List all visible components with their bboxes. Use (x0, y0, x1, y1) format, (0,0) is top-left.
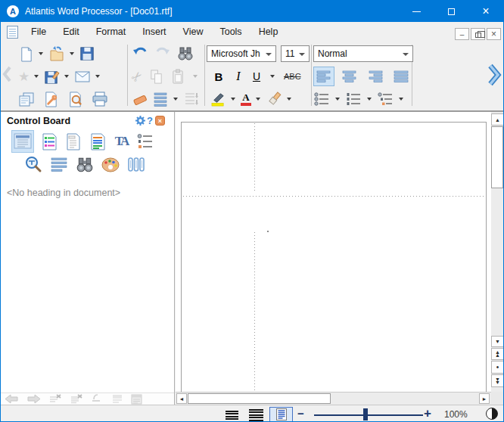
dropdown-arrow-icon[interactable] (399, 98, 403, 101)
document-viewport[interactable] (176, 112, 491, 392)
align-center-button[interactable] (339, 67, 360, 86)
menu-help[interactable]: Help (250, 23, 287, 40)
tab-fonts[interactable]: TA (111, 132, 131, 151)
font-name-combo[interactable]: Microsoft Jh (207, 45, 276, 62)
document-page[interactable] (181, 122, 487, 392)
dropdown-arrow-icon[interactable] (39, 52, 43, 55)
tab-zoom[interactable] (23, 155, 43, 175)
eraser-button[interactable] (131, 89, 149, 109)
underline-button[interactable]: U (250, 67, 263, 86)
font-size-combo[interactable]: 11 (281, 45, 310, 62)
format-painter-button[interactable] (265, 89, 283, 109)
menu-tools[interactable]: Tools (211, 23, 250, 40)
heading-document-icon[interactable] (131, 394, 142, 405)
scroll-right-button[interactable]: ► (479, 393, 490, 404)
line-spacing-button[interactable] (152, 89, 169, 109)
document-icon[interactable] (7, 26, 18, 39)
close-button[interactable]: × (468, 1, 503, 22)
heading-list-icon[interactable] (111, 394, 123, 404)
dropdown-arrow-icon[interactable] (270, 75, 275, 78)
toolbar-scroll-left-icon[interactable] (2, 64, 12, 84)
delete-all-headings-icon[interactable] (70, 394, 84, 404)
align-justify-button[interactable] (390, 67, 412, 86)
horizontal-scrollbar[interactable]: ◄ ► (176, 392, 491, 405)
draft-view-button[interactable] (222, 408, 242, 420)
new-document-button[interactable] (17, 44, 35, 64)
bold-button[interactable]: B (211, 67, 226, 86)
dropdown-arrow-icon[interactable] (256, 98, 260, 101)
dropdown-arrow-icon[interactable] (95, 75, 100, 78)
numbered-list-button[interactable] (345, 89, 362, 109)
mdi-restore-button[interactable] (471, 28, 485, 40)
strikethrough-button[interactable]: ABC (283, 67, 302, 86)
cut-button[interactable]: ✂ (131, 67, 143, 86)
dropdown-arrow-icon[interactable] (367, 98, 372, 101)
tab-colors[interactable] (101, 155, 120, 175)
multilevel-list-button[interactable] (377, 89, 394, 109)
dropdown-arrow-icon[interactable] (193, 75, 198, 78)
bullet-list-button[interactable] (313, 89, 331, 109)
dropdown-arrow-icon[interactable] (173, 98, 178, 101)
tab-find[interactable] (75, 155, 95, 175)
dropdown-arrow-icon[interactable] (287, 98, 291, 101)
redo-button[interactable] (154, 44, 172, 64)
find-button[interactable] (176, 44, 194, 64)
dropdown-arrow-icon[interactable] (231, 98, 235, 101)
scroll-left-button[interactable]: ◄ (176, 393, 187, 404)
zoom-in-button[interactable]: + (424, 406, 431, 421)
zoom-slider-thumb[interactable] (363, 408, 368, 420)
navigate-back-icon[interactable] (4, 394, 19, 404)
menu-view[interactable]: View (175, 23, 212, 40)
style-combo[interactable]: Normal (313, 45, 413, 62)
demote-heading-icon[interactable] (92, 394, 104, 404)
save-as-button[interactable] (43, 67, 61, 86)
zoom-slider-track[interactable] (314, 414, 423, 416)
paste-button[interactable] (170, 67, 187, 86)
vertical-scroll-thumb[interactable] (491, 126, 503, 188)
zoom-out-button[interactable]: − (297, 407, 304, 420)
maximize-button[interactable] (434, 1, 468, 22)
page-setup-button[interactable] (42, 89, 60, 109)
tab-document-map[interactable] (11, 130, 34, 153)
sort-paragraphs-button[interactable] (183, 89, 201, 109)
align-right-button[interactable] (365, 67, 386, 86)
mdi-minimize-button[interactable]: – (455, 28, 469, 40)
online-view-button[interactable] (246, 408, 266, 420)
page-layout-view-button[interactable] (269, 407, 293, 422)
menu-edit[interactable]: Edit (54, 23, 88, 40)
align-left-button[interactable] (313, 67, 334, 86)
delete-heading-icon[interactable] (49, 394, 63, 404)
undo-button[interactable] (131, 44, 149, 64)
tab-clipboard[interactable] (126, 155, 146, 175)
minimize-button[interactable] (399, 1, 434, 22)
tab-numbering[interactable] (135, 132, 155, 151)
email-button[interactable] (73, 67, 92, 86)
control-board-close-button[interactable]: × (155, 116, 165, 126)
help-icon[interactable]: ? (147, 115, 153, 126)
horizontal-scroll-thumb[interactable] (188, 393, 331, 404)
select-browse-object-button[interactable]: • (491, 361, 504, 374)
dropdown-arrow-icon[interactable] (70, 52, 74, 55)
favorites-button[interactable]: ★ (17, 67, 30, 86)
tab-styles[interactable] (87, 132, 107, 151)
print-button[interactable] (91, 89, 109, 109)
menu-file[interactable]: File (23, 23, 54, 40)
document-properties-button[interactable] (17, 89, 36, 109)
tab-headings[interactable] (39, 132, 58, 151)
mdi-close-button[interactable]: × (487, 28, 501, 40)
copy-button[interactable] (148, 67, 165, 86)
save-button[interactable] (79, 44, 95, 64)
color-scheme-toggle-icon[interactable] (486, 408, 498, 420)
next-page-button[interactable]: ▼▼ (491, 374, 504, 387)
more-toolbar-options-icon[interactable] (486, 61, 502, 88)
dropdown-arrow-icon[interactable] (64, 75, 69, 78)
menu-format[interactable]: Format (88, 23, 135, 40)
menu-insert[interactable]: Insert (134, 23, 174, 40)
tab-pages[interactable] (63, 132, 82, 151)
highlight-button[interactable] (210, 89, 227, 109)
open-document-button[interactable] (48, 44, 66, 64)
scroll-up-button[interactable]: ▲ (491, 113, 504, 126)
navigate-forward-icon[interactable] (26, 394, 42, 404)
scroll-down-button[interactable]: ▼ (491, 336, 504, 347)
print-preview-button[interactable] (67, 89, 84, 109)
